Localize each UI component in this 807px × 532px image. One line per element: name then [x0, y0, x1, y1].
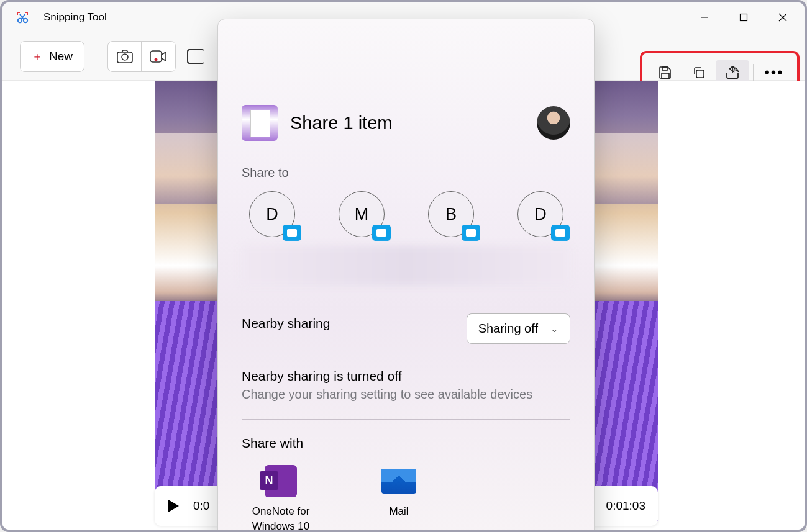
share-icon	[725, 66, 740, 79]
outlook-badge-icon	[551, 225, 570, 241]
contact-item[interactable]: M	[339, 191, 385, 237]
new-button-label: New	[49, 50, 73, 63]
screenshot-mode-button[interactable]	[108, 42, 142, 71]
svg-point-6	[155, 58, 158, 61]
share-item-thumbnail	[242, 105, 278, 141]
share-header: Share 1 item	[242, 105, 570, 141]
play-icon	[167, 499, 180, 513]
onenote-icon	[265, 465, 297, 497]
contact-list: D M B D	[242, 191, 570, 237]
minimize-icon	[700, 13, 709, 22]
chevron-down-icon: ⌄	[550, 323, 559, 335]
svg-rect-2	[740, 14, 747, 21]
divider	[96, 45, 96, 68]
total-time: 0:01:03	[606, 499, 645, 513]
nearby-sharing-dropdown[interactable]: Sharing off ⌄	[467, 313, 570, 344]
outlook-badge-icon	[372, 225, 391, 241]
video-mode-button[interactable]	[142, 42, 175, 71]
share-app-list: OneNote for Windows 10 Mail	[242, 464, 570, 532]
svg-point-4	[122, 54, 128, 60]
outlook-badge-icon	[462, 225, 480, 241]
svg-rect-7	[662, 67, 667, 70]
close-icon	[778, 13, 787, 22]
video-camera-icon	[150, 50, 167, 63]
share-title: Share 1 item	[290, 113, 392, 133]
maximize-icon	[739, 13, 748, 22]
svg-rect-9	[696, 70, 704, 78]
save-icon	[659, 66, 672, 79]
mail-icon	[381, 469, 416, 494]
minimize-button[interactable]	[687, 5, 721, 30]
svg-rect-8	[662, 73, 669, 78]
app-title: Snipping Tool	[43, 11, 107, 24]
nearby-off-title: Nearby sharing is turned off	[242, 369, 570, 384]
share-panel: Share 1 item Share to D M B	[217, 19, 595, 532]
share-app-onenote[interactable]: OneNote for Windows 10	[247, 464, 315, 532]
app-window: Snipping Tool ＋ New	[0, 0, 807, 532]
divider	[242, 297, 570, 297]
plus-icon: ＋	[32, 49, 43, 64]
close-button[interactable]	[765, 5, 800, 30]
more-icon: •••	[764, 64, 783, 81]
content-area: 0:0 0:01:03 Share 1 item Share to D	[2, 81, 805, 530]
contact-item[interactable]: D	[517, 191, 563, 237]
user-avatar[interactable]	[537, 106, 570, 140]
copy-icon	[692, 66, 706, 79]
divider	[753, 64, 754, 81]
shape-indicator	[187, 49, 204, 64]
svg-point-1	[24, 19, 27, 22]
nearby-off-subtitle: Change your sharing setting to see avail…	[242, 387, 570, 402]
share-app-mail[interactable]: Mail	[365, 464, 433, 532]
play-button[interactable]	[167, 497, 185, 515]
divider	[242, 419, 570, 420]
new-snip-button[interactable]: ＋ New	[20, 41, 84, 72]
app-label: OneNote for Windows 10	[247, 504, 315, 532]
dropdown-value: Sharing off	[478, 322, 538, 336]
contact-item[interactable]: D	[249, 191, 295, 237]
outlook-badge-icon	[283, 225, 301, 241]
share-to-label: Share to	[242, 166, 570, 180]
snipping-tool-icon	[15, 10, 30, 25]
nearby-sharing-label: Nearby sharing	[242, 316, 330, 331]
camera-icon	[117, 50, 133, 63]
contact-item[interactable]: B	[428, 191, 474, 237]
mode-toggle-group	[107, 41, 176, 72]
share-with-label: Share with	[242, 436, 570, 451]
maximize-button[interactable]	[726, 5, 760, 30]
redacted-contact-names	[240, 246, 572, 286]
app-label: Mail	[389, 504, 408, 519]
current-time: 0:0	[193, 499, 209, 513]
